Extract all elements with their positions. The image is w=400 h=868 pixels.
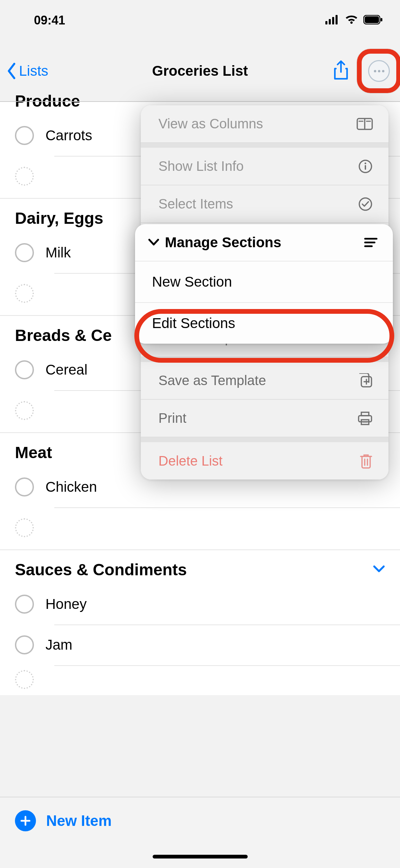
item-label: Milk: [45, 245, 71, 261]
plus-circle-icon: [15, 810, 36, 831]
submenu-edit-sections[interactable]: Edit Sections: [135, 303, 393, 344]
checkbox-empty-icon[interactable]: [15, 635, 34, 654]
menu-show-list-info[interactable]: Show List Info: [141, 148, 388, 185]
list-item-new[interactable]: [0, 665, 400, 694]
status-bar: 09:41: [0, 0, 400, 41]
cellular-icon: [325, 13, 340, 28]
checkbox-empty-icon[interactable]: [15, 243, 34, 262]
chevron-left-icon: [7, 62, 17, 79]
check-circle-icon: [358, 197, 373, 212]
chevron-down-icon: [148, 238, 159, 247]
svg-rect-3: [336, 15, 338, 24]
more-button[interactable]: [368, 60, 390, 82]
menu-print[interactable]: Print: [141, 400, 388, 437]
svg-rect-0: [325, 21, 327, 24]
svg-point-12: [365, 162, 366, 164]
info-icon: [358, 159, 373, 174]
svg-rect-6: [381, 18, 382, 21]
sections-icon: [364, 237, 378, 248]
svg-rect-13: [365, 165, 366, 170]
list-item[interactable]: Honey: [0, 584, 400, 625]
section-title: Breads & Ce: [15, 326, 112, 345]
menu-select-items[interactable]: Select Items: [141, 185, 388, 223]
submenu-title: Manage Sections: [165, 234, 281, 251]
menu-label: Print: [158, 411, 186, 426]
section-title: Meat: [15, 443, 52, 462]
checkbox-dotted-icon: [15, 167, 34, 186]
checkbox-empty-icon[interactable]: [15, 360, 34, 379]
item-label: Chicken: [45, 479, 97, 495]
wifi-icon: [344, 13, 359, 28]
share-button[interactable]: [334, 60, 348, 82]
menu-label: Select Items: [158, 196, 233, 212]
list-item-new[interactable]: [0, 507, 400, 548]
item-label: Jam: [45, 637, 72, 653]
section-header-toggle[interactable]: Sauces & Condiments: [0, 550, 400, 584]
status-right: [325, 13, 383, 28]
submenu-back-button[interactable]: Manage Sections: [135, 224, 393, 261]
printer-icon: [357, 411, 373, 426]
navigation-bar: Lists Groceries List: [0, 41, 400, 102]
submenu-new-section[interactable]: New Section: [135, 261, 393, 303]
item-label: Carrots: [45, 127, 92, 144]
item-label: Cereal: [45, 362, 88, 378]
menu-label: Save as Template: [158, 373, 266, 388]
checkbox-dotted-icon: [15, 284, 34, 303]
columns-icon: [357, 118, 373, 130]
svg-rect-20: [359, 416, 372, 422]
checkbox-dotted-icon: [15, 518, 34, 537]
status-time: 09:41: [17, 13, 65, 28]
list-item[interactable]: Jam: [0, 625, 400, 665]
checkbox-empty-icon[interactable]: [15, 126, 34, 145]
new-item-label: New Item: [46, 812, 112, 829]
footer-toolbar: New Item: [0, 797, 400, 868]
duplicate-plus-icon: [358, 373, 373, 388]
annotation-highlight-circle: [357, 49, 400, 93]
menu-delete-list[interactable]: Delete List: [141, 442, 388, 480]
battery-icon: [363, 13, 383, 28]
svg-rect-5: [365, 16, 379, 23]
menu-label: Delete List: [158, 453, 223, 469]
item-label: Honey: [45, 596, 87, 612]
checkbox-empty-icon[interactable]: [15, 477, 34, 496]
new-item-button[interactable]: New Item: [15, 810, 112, 831]
menu-save-template[interactable]: Save as Template: [141, 362, 388, 400]
menu-view-columns[interactable]: View as Columns: [141, 105, 388, 143]
checkbox-dotted-icon: [15, 670, 34, 689]
checkbox-empty-icon[interactable]: [15, 595, 34, 614]
manage-sections-submenu: Manage Sections New Section Edit Section…: [135, 224, 393, 344]
svg-point-14: [359, 198, 372, 210]
menu-label: Show List Info: [158, 159, 244, 174]
home-indicator[interactable]: [153, 855, 248, 858]
svg-rect-2: [332, 17, 334, 24]
section-sauces: Sauces & Condiments Honey Jam: [0, 550, 400, 695]
checkbox-dotted-icon: [15, 401, 34, 420]
back-label: Lists: [19, 63, 48, 79]
chevron-down-icon: [373, 565, 385, 575]
section-title: Dairy, Eggs: [15, 209, 103, 228]
section-title: Sauces & Condiments: [15, 560, 187, 579]
svg-rect-1: [329, 19, 331, 24]
trash-icon: [359, 453, 373, 469]
page-title: Groceries List: [152, 63, 248, 79]
menu-label: View as Columns: [158, 116, 263, 131]
back-button[interactable]: Lists: [7, 62, 48, 79]
